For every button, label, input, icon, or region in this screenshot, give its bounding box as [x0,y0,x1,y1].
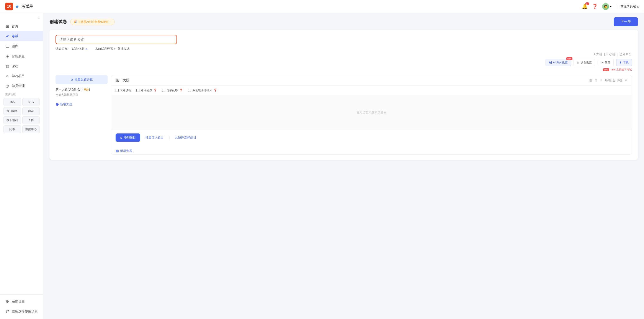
notification-badge: 17 [585,3,589,5]
plus-icon-bottom: ⊕ [116,149,119,153]
learning-icon: ○ [5,74,10,78]
settings-gear-icon: ⚙ [577,61,580,64]
sidebar-item-select-scene[interactable]: ⇄ 重新选择使用场景 [0,306,43,316]
small-questions-stat: 0 小题 [606,52,615,56]
user-avatar: 🧑 [602,3,609,10]
add-section-bottom-button[interactable]: ⊕ 新增大题 [111,145,632,154]
add-section-left-button[interactable]: ⊕ 新增大题 [56,100,108,109]
offline-new-badge: new [603,68,609,71]
batch-set-icon: ⚙ [70,78,73,81]
exam-settings-label: 试卷设置 [580,61,592,65]
big-desc-checkbox[interactable] [116,89,118,92]
multi-deduct-option[interactable]: 多选题漏选给分 ❓ [188,88,217,92]
exam-settings-button[interactable]: ⚙ 试卷设置 [574,59,595,66]
sidebar-item-home[interactable]: ⊞ 首页 [0,21,43,31]
multi-deduct-checkbox[interactable] [188,89,191,92]
help-button[interactable]: ❓ [592,4,598,9]
add-section-bottom-label: 新增大题 [120,149,132,153]
plus-icon-question: ⊕ [120,136,122,139]
func-register[interactable]: 报名 [4,98,21,106]
func-questionnaire[interactable]: 问卷 [4,125,21,133]
func-interview[interactable]: 面试 [22,107,40,115]
question-order-option[interactable]: 题目乱序 ❓ [136,88,157,92]
next-button[interactable]: 下一步 [614,17,638,26]
offline-hint-text: new 支持线下考试 [611,68,632,71]
scene-icon: ⇄ [5,309,10,314]
content-panel: ⚙ 批量设置分数 第一大题(共0题,合计 0分) 当前大题暂无题目 ⊕ 新增大题 [56,75,632,155]
func-certificate[interactable]: 证书 [22,98,40,106]
preview-button[interactable]: 👁 预览 [598,59,614,66]
notification-button[interactable]: 🔔 17 [582,4,588,9]
sidebar-item-exam-label: 考试 [12,34,18,39]
add-question-button[interactable]: ⊕ 添加题目 [116,133,140,142]
select-scene-label: 重新选择使用场景 [12,309,38,313]
question-order-help-icon[interactable]: ❓ [153,89,157,92]
add-section-left-label: 新增大题 [60,102,72,106]
download-icon: ⬇ [620,61,622,64]
move-down-section-button[interactable]: ⬇ [600,78,602,83]
option-order-help-icon[interactable]: ❓ [179,89,183,92]
big-questions-stat: 1 大题 [594,52,602,56]
sidebar-bottom: ⚙ 系统设置 ⇄ 重新选择使用场景 [0,294,43,316]
delete-section-button[interactable]: 🗑 [589,79,592,83]
goto-student-button[interactable]: 前往学员端 ⎋ [620,5,639,9]
big-desc-option[interactable]: 大题说明 [116,88,131,92]
batch-import-button[interactable]: 批量导入题目 [146,136,164,140]
move-up-section-button[interactable]: ⬆ [594,78,598,83]
section-summary-prefix: 第一大题(共0题,合计 [56,88,84,91]
expand-collapse-button[interactable]: ∨ [625,78,627,83]
home-icon: ⊞ [5,24,10,29]
sidebar-item-course[interactable]: ▦ 课程 [0,61,43,71]
sidebar-item-student-mgmt[interactable]: ◎ 学员管理 [0,81,43,91]
page-title: 创建试卷 [50,19,67,25]
exam-name-input[interactable] [56,35,177,44]
ai-new-badge: new [566,57,572,60]
option-order-checkbox[interactable] [162,89,165,92]
course-icon: ▦ [5,64,10,69]
questions-icon: ☰ [5,44,10,49]
multi-deduct-help-icon[interactable]: ❓ [213,89,217,92]
sidebar-item-smart-drill[interactable]: ◈ 智能刷题 [0,51,43,61]
page-header-left: 创建试卷 🎉 主观题AI判分免费体验啦！ [50,19,115,25]
logo-text: 考试星 [21,4,33,9]
func-data-center[interactable]: 数据中心 [22,125,40,133]
download-button[interactable]: ⬇ 下载 [616,59,632,66]
edit-category-icon[interactable]: ✏ [86,47,88,51]
question-order-checkbox[interactable] [136,89,140,92]
offline-hint: new new 支持线下考试 [56,68,632,72]
func-live[interactable]: 直播 [22,116,40,124]
category-value: 试卷分类 [72,47,84,51]
sidebar-item-exam[interactable]: ✔ 考试 [0,31,43,41]
sidebar-item-course-label: 课程 [12,64,18,68]
batch-set-button[interactable]: ⚙ 批量设置分数 [56,75,108,84]
import-divider: | [169,136,170,140]
options-row: 大题说明 题目乱序 ❓ 选项乱序 ❓ [111,86,632,95]
func-daily-practice[interactable]: 每日学练 [4,107,21,115]
total-score-stat: 总分 0 分 [619,52,632,56]
func-offline-training[interactable]: 线下培训 [4,116,21,124]
exam-meta: 试卷分类： 试卷分类 ✏ 当前试卷设置： 普通模式 [56,47,632,51]
sidebar-item-system-settings[interactable]: ⚙ 系统设置 [0,296,43,306]
sidebar-item-learning-project[interactable]: ○ 学习项目 [0,71,43,81]
main-layout: « ⊞ 首页 ✔ 考试 ☰ 题库 ◈ 智能刷题 ▦ 课程 ○ 学习项目 ◎ 学员… [0,13,644,319]
action-row: ⊕ 添加题目 批量导入题目 | 从题库选择题目 [111,130,632,145]
settings-icon: ⚙ [5,299,10,304]
from-bank-button[interactable]: 从题库选择题目 [175,136,196,140]
content-area: 创建试卷 🎉 主观题AI判分免费体验啦！ 下一步 试卷分类： 试卷分类 ✏ 当前… [43,13,644,319]
section-header-right: 🗑 ⬆ ⬇ 共0题,合计0分 ∨ [589,78,627,83]
preview-icon: 👁 [601,61,604,64]
sidebar-item-questions[interactable]: ☰ 题库 [0,41,43,51]
ai-scoring-button[interactable]: AI AI 判分设置 new [546,59,571,66]
option-order-option[interactable]: 选项乱序 ❓ [162,88,183,92]
sidebar-item-student-label: 学员管理 [12,84,25,88]
promo-badge: 🎉 主观题AI判分免费体验啦！ [70,19,115,25]
sidebar-collapse-button[interactable]: « [0,16,43,21]
logo-star-icon: ★ [15,4,20,10]
big-desc-label: 大题说明 [120,88,131,92]
smart-drill-icon: ◈ [5,54,10,59]
goto-student-label: 前往学员端 [620,5,636,9]
section-stats: 共0题,合计0分 [604,79,622,83]
section-title-input[interactable] [116,79,589,83]
user-area[interactable]: 🧑 ▾ [602,3,612,10]
sidebar-item-learning-label: 学习项目 [12,74,25,78]
